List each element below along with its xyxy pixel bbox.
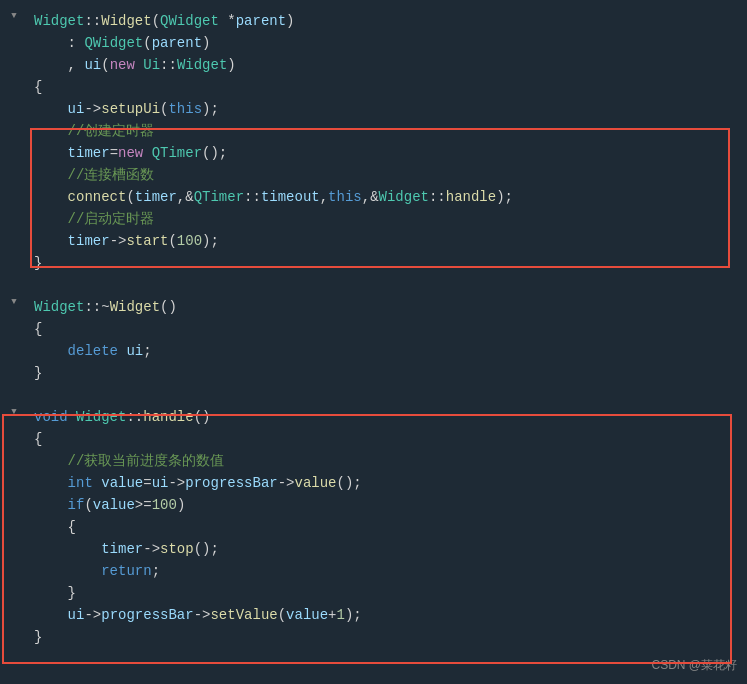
token-cls: QWidget <box>160 13 219 29</box>
code-line: : QWidget(parent) <box>0 32 747 54</box>
token-nm: ui <box>84 57 101 73</box>
code-line: ▼Widget::~Widget() <box>0 296 747 318</box>
token-punc: (); <box>194 541 219 557</box>
code-content: //连接槽函数 <box>28 165 747 185</box>
code-content: { <box>28 319 747 339</box>
code-content: timer->stop(); <box>28 539 747 559</box>
token-punc: ); <box>202 233 219 249</box>
token-nm: progressBar <box>101 607 193 623</box>
token-cm: //获取当前进度条的数值 <box>68 453 225 469</box>
gutter: ▼ <box>0 407 28 417</box>
code-content: ui->setupUi(this); <box>28 99 747 119</box>
code-content: , ui(new Ui::Widget) <box>28 55 747 75</box>
code-line: delete ui; <box>0 340 747 362</box>
code-line: //启动定时器 <box>0 208 747 230</box>
token-cn: 1 <box>337 607 345 623</box>
code-line: int value=ui->progressBar->value(); <box>0 472 747 494</box>
token-cls: QTimer <box>194 189 244 205</box>
collapse-arrow[interactable]: ▼ <box>11 407 16 417</box>
code-content: } <box>28 253 747 273</box>
gutter: ▼ <box>0 11 28 21</box>
token-kw: this <box>328 189 362 205</box>
token-nm: timer <box>135 189 177 205</box>
code-content: //创建定时器 <box>28 121 747 141</box>
token-op: -> <box>84 101 101 117</box>
token-op: -> <box>194 607 211 623</box>
token-cn: 100 <box>152 497 177 513</box>
token-punc: ( <box>84 497 92 513</box>
token-nm: parent <box>236 13 286 29</box>
token-kw2: new <box>110 57 135 73</box>
token-nm: ui <box>118 343 143 359</box>
code-content: { <box>28 429 747 449</box>
token-punc: { <box>34 431 42 447</box>
code-content: int value=ui->progressBar->value(); <box>28 473 747 493</box>
token-kw: this <box>168 101 202 117</box>
token-punc: ) <box>177 497 185 513</box>
token-punc: } <box>68 585 76 601</box>
code-content: delete ui; <box>28 341 747 361</box>
code-content: if(value>=100) <box>28 495 747 515</box>
code-content: Widget::Widget(QWidget *parent) <box>28 11 747 31</box>
collapse-arrow[interactable]: ▼ <box>11 11 16 21</box>
token-cls: Ui <box>135 57 160 73</box>
token-punc: ) <box>202 35 210 51</box>
token-cn: 100 <box>177 233 202 249</box>
token-nm: parent <box>152 35 202 51</box>
token-punc: } <box>34 629 42 645</box>
code-content: Widget::~Widget() <box>28 297 747 317</box>
token-punc: } <box>34 255 42 271</box>
code-line: connect(timer,&QTimer::timeout,this,&Wid… <box>0 186 747 208</box>
code-content: connect(timer,&QTimer::timeout,this,&Wid… <box>28 187 747 207</box>
token-cls: Widget <box>68 409 127 425</box>
collapse-arrow[interactable]: ▼ <box>11 297 16 307</box>
token-kw: return <box>101 563 151 579</box>
code-line: { <box>0 428 747 450</box>
token-punc: ( <box>168 233 176 249</box>
token-cls: Widget <box>34 13 84 29</box>
token-punc: ( <box>101 57 109 73</box>
token-punc: , <box>177 189 185 205</box>
token-nm: ui <box>152 475 169 491</box>
token-nm: value <box>286 607 328 623</box>
token-punc: , <box>320 189 328 205</box>
code-line: //连接槽函数 <box>0 164 747 186</box>
gutter: ▼ <box>0 297 28 307</box>
token-punc: { <box>68 519 76 535</box>
token-nm: timer <box>68 233 110 249</box>
token-nm: timeout <box>261 189 320 205</box>
token-op: :: <box>126 409 143 425</box>
code-line: , ui(new Ui::Widget) <box>0 54 747 76</box>
token-op: & <box>185 189 193 205</box>
token-nm: ui <box>68 101 85 117</box>
token-cm: //连接槽函数 <box>68 167 155 183</box>
token-nm: value <box>93 475 143 491</box>
token-cls: Widget <box>34 299 84 315</box>
token-punc: ( <box>143 35 151 51</box>
code-line: { <box>0 318 747 340</box>
code-line: return; <box>0 560 747 582</box>
token-punc: () <box>194 409 211 425</box>
token-op: * <box>219 13 236 29</box>
token-fn: Widget <box>101 13 151 29</box>
code-editor: ▼Widget::Widget(QWidget *parent) : QWidg… <box>0 0 747 684</box>
token-punc: { <box>34 321 42 337</box>
token-punc: (); <box>337 475 362 491</box>
token-fn: setValue <box>210 607 277 623</box>
token-punc: () <box>160 299 177 315</box>
code-line: ▼void Widget::handle() <box>0 406 747 428</box>
code-line: timer=new QTimer(); <box>0 142 747 164</box>
code-line: } <box>0 362 747 384</box>
token-op: :: <box>244 189 261 205</box>
code-content: timer=new QTimer(); <box>28 143 747 163</box>
token-punc: ) <box>286 13 294 29</box>
token-cls: Widget <box>177 57 227 73</box>
token-cm: //创建定时器 <box>68 123 155 139</box>
token-kw: delete <box>68 343 118 359</box>
token-punc: (); <box>202 145 227 161</box>
code-line: } <box>0 582 747 604</box>
watermark-text: CSDN @菜花籽 <box>651 657 737 674</box>
token-op: -> <box>278 475 295 491</box>
token-nm: timer <box>68 145 110 161</box>
token-punc: ); <box>496 189 513 205</box>
